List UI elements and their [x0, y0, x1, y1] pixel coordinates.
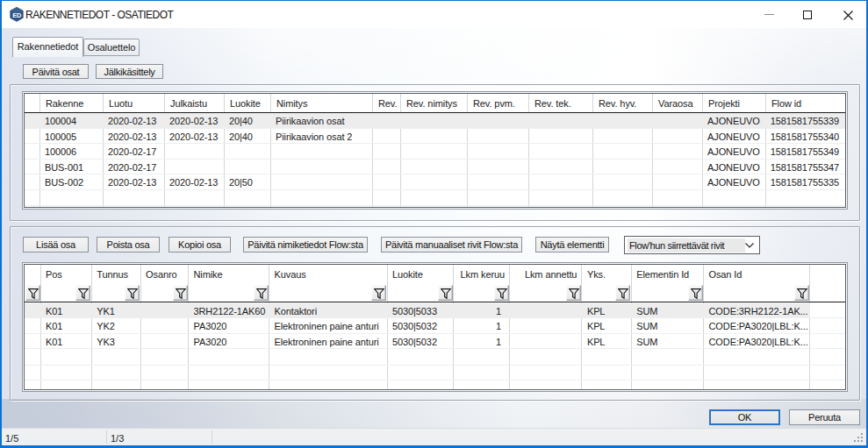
svg-text:ED: ED: [12, 11, 22, 19]
